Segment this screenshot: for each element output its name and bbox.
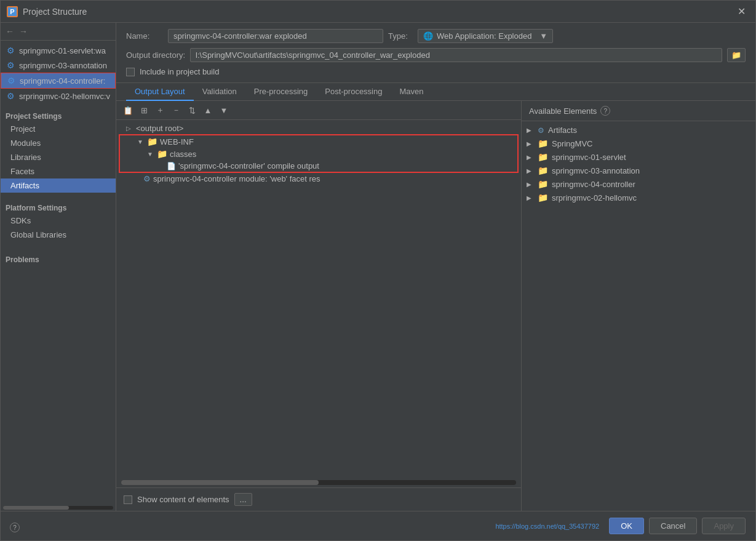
artifact-icon: ⚙ (6, 46, 15, 55)
folder-icon: 📁 (538, 193, 548, 202)
problems-section: Problems (1, 249, 116, 265)
file-icon: 📄 (167, 162, 176, 170)
name-row: Name: springmvc-04-controller:war explod… (126, 29, 746, 43)
artifact-icon: ⚙ (538, 126, 544, 135)
include-project-build-label: Include in project build (140, 67, 219, 76)
avail-item-artifacts[interactable]: ▶ ⚙ Artifacts (522, 124, 755, 137)
ok-button[interactable]: OK (609, 518, 644, 534)
tree-item-compile-output[interactable]: 📄 'springmvc-04-controller' compile outp… (120, 160, 517, 172)
dropdown-arrow-icon: ▼ (539, 31, 547, 41)
output-layout-panel: 📋 ⊞ ＋ － ⇅ ▲ ▼ ▷ <output (116, 101, 522, 511)
sort-button[interactable]: ⇅ (185, 103, 199, 117)
help-icon[interactable]: ? (600, 106, 610, 116)
webinf-label: WEB-INF (160, 137, 194, 146)
folder-icon: 📁 (538, 179, 548, 189)
ellipsis-button[interactable]: ... (234, 493, 252, 506)
sidebar-item-sdks[interactable]: SDKs (1, 214, 116, 228)
cancel-button[interactable]: Cancel (649, 518, 697, 534)
type-dropdown[interactable]: 🌐 Web Application: Exploded ▼ (418, 29, 553, 43)
include-project-build-row: Include in project build (126, 67, 746, 76)
tab-output-layout[interactable]: Output Layout (126, 83, 194, 101)
name-value[interactable]: springmvc-04-controller:war exploded (168, 29, 383, 43)
artifact-list: ⚙ springmvc-01-servlet:wa ⚙ springmvc-03… (1, 41, 116, 106)
bottom-bar: ? https://blog.csdn.net/qq_35437792 OK C… (1, 511, 755, 540)
app-icon: P (7, 6, 18, 17)
remove-button[interactable]: － (169, 103, 183, 117)
title-bar-left: P Project Structure (7, 6, 87, 17)
avail-item-srpringmvc-02[interactable]: ▶ 📁 srpringmvc-02-hellomvc (522, 191, 755, 204)
folder-icon: 📁 (147, 137, 157, 146)
sidebar-nav: ← → (1, 23, 116, 41)
avail-arrow-icon: ▶ (527, 140, 534, 147)
folder-icon: 📁 (538, 166, 548, 175)
move-up-button[interactable]: ▲ (201, 103, 215, 117)
module-icon: ⚙ (143, 174, 151, 183)
tree-item-webinf[interactable]: ▼ 📁 WEB-INF (120, 135, 517, 148)
sidebar-item-artifacts[interactable]: Artifacts (1, 178, 116, 193)
tab-pre-processing[interactable]: Pre-processing (245, 83, 316, 101)
apply-button[interactable]: Apply (702, 518, 746, 534)
sidebar: ← → ⚙ springmvc-01-servlet:wa ⚙ springmv… (1, 23, 116, 511)
tab-validation[interactable]: Validation (194, 83, 245, 101)
split-content: 📋 ⊞ ＋ － ⇅ ▲ ▼ ▷ <output (116, 101, 755, 511)
platform-settings-section: Platform Settings (1, 198, 116, 214)
sidebar-item-modules[interactable]: Modules (1, 136, 116, 150)
show-content-row: Show content of elements ... (116, 487, 521, 511)
tab-maven[interactable]: Maven (391, 83, 432, 101)
nav-forward-button[interactable]: → (19, 26, 28, 36)
sidebar-item-project[interactable]: Project (1, 122, 116, 136)
tree-item-module-facet[interactable]: ⚙ springmvc-04-controller module: 'web' … (116, 173, 521, 185)
output-dir-label: Output directory: (126, 50, 185, 60)
close-button[interactable]: ✕ (734, 4, 749, 18)
type-label: Type: (388, 31, 413, 41)
available-elements-header: Available Elements ? (522, 101, 755, 121)
avail-arrow-icon: ▶ (527, 194, 534, 201)
tabs-bar: Output Layout Validation Pre-processing … (116, 83, 755, 101)
sidebar-item-facets[interactable]: Facets (1, 164, 116, 178)
sidebar-scrollbar[interactable] (3, 506, 113, 510)
artifact-item-srpringmvc-02[interactable]: ⚙ srpringmvc-02-hellomvc:v (1, 89, 116, 103)
output-dir-value[interactable]: l:\SpringMVC\out\artifacts\springmvc_04_… (190, 48, 722, 62)
output-scrollbar[interactable] (121, 480, 516, 485)
folder-icon: 📁 (157, 149, 167, 159)
compile-output-label: 'springmvc-04-controller' compile output (178, 161, 319, 170)
avail-arrow-icon: ▶ (527, 167, 534, 174)
artifact-item-springmvc-01[interactable]: ⚙ springmvc-01-servlet:wa (1, 43, 116, 58)
nav-back-button[interactable]: ← (6, 26, 14, 36)
output-layout-toolbar: 📋 ⊞ ＋ － ⇅ ▲ ▼ (116, 101, 521, 120)
output-dir-row: Output directory: l:\SpringMVC\out\artif… (126, 48, 746, 62)
browse-button[interactable]: 📁 (727, 48, 746, 62)
tree-item-classes[interactable]: ▼ 📁 classes (120, 148, 517, 160)
sidebar-item-global-libraries[interactable]: Global Libraries (1, 228, 116, 242)
title-bar: P Project Structure ✕ (1, 1, 755, 23)
csdn-link[interactable]: https://blog.csdn.net/qq_35437792 (495, 523, 599, 530)
add-button[interactable]: ＋ (153, 103, 167, 117)
show-content-checkbox[interactable] (124, 495, 132, 504)
dialog-title: Project Structure (23, 7, 87, 17)
avail-item-springmvc-03[interactable]: ▶ 📁 springmvc-03-annotation (522, 164, 755, 177)
show-paths-button[interactable]: 📋 (121, 103, 135, 117)
tree-area: ▷ <output root> ▼ 📁 WEB-INF (116, 120, 521, 478)
type-icon: 🌐 (423, 31, 433, 41)
tree-item-output-root[interactable]: ▷ <output root> (116, 122, 521, 134)
output-root-label: <output root> (136, 124, 183, 133)
folder-icon: 📁 (538, 152, 548, 162)
avail-item-springmvc-01[interactable]: ▶ 📁 springmvc-01-servlet (522, 150, 755, 164)
question-help-icon[interactable]: ? (10, 523, 20, 532)
artifact-item-springmvc-04[interactable]: ⚙ springmvc-04-controller: (1, 73, 116, 89)
artifact-icon: ⚙ (6, 91, 15, 101)
name-label: Name: (126, 31, 163, 41)
artifact-item-springmvc-03[interactable]: ⚙ springmvc-03-annotation (1, 58, 116, 73)
include-project-build-checkbox[interactable] (126, 68, 135, 76)
classes-label: classes (170, 150, 196, 159)
show-content-label: Show content of elements (137, 495, 229, 504)
avail-item-springmvc[interactable]: ▶ 📁 SpringMVC (522, 137, 755, 150)
tab-post-processing[interactable]: Post-processing (316, 83, 391, 101)
sidebar-item-libraries[interactable]: Libraries (1, 150, 116, 164)
avail-arrow-icon: ▶ (527, 181, 534, 188)
folder-icon: 📁 (538, 138, 548, 148)
move-down-button[interactable]: ▼ (217, 103, 231, 117)
available-elements-panel: Available Elements ? ▶ ⚙ Artifacts ▶ (522, 101, 755, 511)
show-structure-button[interactable]: ⊞ (137, 103, 151, 117)
avail-item-springmvc-04[interactable]: ▶ 📁 springmvc-04-controller (522, 177, 755, 191)
